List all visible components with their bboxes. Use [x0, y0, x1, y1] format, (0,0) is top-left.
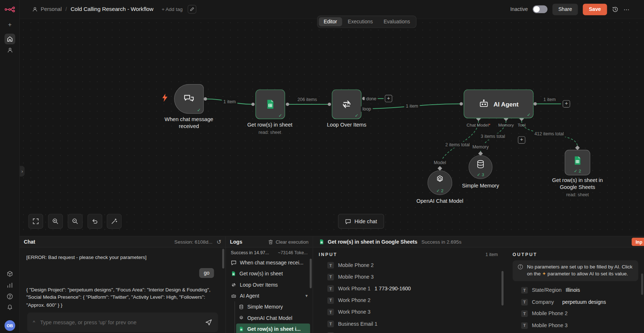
table-row[interactable]: TCompanyperpetuum designs [507, 296, 644, 308]
table-row[interactable]: TMobile Phone 3 [313, 271, 504, 283]
input-corner-button[interactable]: Inp [632, 238, 644, 246]
add-tool-button[interactable]: + [518, 136, 525, 144]
chat-message-input[interactable] [40, 319, 200, 325]
clear-execution-button[interactable]: Clear execution [268, 239, 308, 245]
table-row[interactable]: TMobile Phone 2 [507, 308, 644, 320]
text-type-icon: T [327, 262, 334, 268]
sidebar-item-personal[interactable] [4, 45, 15, 55]
chat-scrollbar[interactable] [222, 249, 224, 268]
node-when-chat-message-received[interactable]: ✓ [174, 84, 204, 114]
add-tag-button[interactable]: + Add tag [162, 6, 182, 12]
node-label-memory: Simple Memory [448, 183, 513, 190]
text-type-icon: T [521, 322, 528, 329]
add-node-button-agent-out[interactable]: + [563, 100, 570, 108]
log-item-ai-agent[interactable]: AI Agent ▾ [228, 290, 310, 301]
node-get-rows-tool[interactable]: ✓ 2 [565, 150, 590, 175]
output-label-done: done [365, 96, 378, 102]
input-scrollbar[interactable] [501, 271, 504, 306]
workflow-title[interactable]: Cold Calling Research - Workflow [71, 6, 154, 12]
agent-port-memory: Memory [498, 122, 514, 127]
add-workflow-button[interactable]: + [4, 19, 15, 30]
google-sheets-icon [265, 99, 275, 109]
log-item-simple-memory[interactable]: Simple Memory [236, 301, 310, 312]
node-loop-over-items[interactable]: ✓ [332, 89, 362, 119]
avatar[interactable]: OB [4, 320, 15, 331]
tab-editor[interactable]: Editor [319, 17, 342, 26]
tab-executions[interactable]: Executions [343, 17, 378, 26]
sidebar-item-notifications[interactable] [4, 302, 15, 312]
logs-tree: Success in 14.97...~73146 Toke... When c… [226, 248, 313, 333]
hide-chat-button[interactable]: Hide chat [338, 214, 384, 229]
table-row[interactable]: TBusiness Email 1 [313, 318, 504, 330]
zoom-out-icon [72, 218, 78, 225]
zoom-out-button[interactable] [68, 214, 83, 229]
table-row[interactable]: TWork Phone 2 [313, 295, 504, 306]
table-row[interactable]: TState/RegionIllinois [507, 284, 644, 296]
logs-scrollbar[interactable] [310, 259, 312, 288]
tab-evaluations[interactable]: Evaluations [379, 17, 415, 26]
add-node-button-done[interactable]: + [385, 95, 392, 102]
sparkle-icon: ✦ [542, 271, 546, 277]
chat-trigger-icon [231, 260, 237, 266]
output-label-loop: loop [361, 106, 373, 112]
node-get-rows-in-sheet[interactable]: ✓ [255, 89, 285, 119]
sidebar-item-overview[interactable] [4, 34, 15, 44]
success-check-icon: ✓ [197, 108, 201, 113]
details-title: Get row(s) in sheet in Google Sheets [328, 239, 417, 245]
n8n-logo[interactable] [4, 4, 15, 15]
home-icon [7, 36, 13, 42]
tidy-up-button[interactable] [107, 214, 122, 229]
send-icon[interactable] [205, 318, 212, 326]
log-item-trigger[interactable]: When chat message recei... [228, 257, 310, 268]
node-label-loop: Loop Over Items [314, 121, 379, 128]
table-row[interactable]: TEmail 1 [313, 330, 504, 333]
magic-wand-icon [111, 218, 117, 225]
breadcrumb-project[interactable]: Personal [41, 6, 62, 12]
workflow-menu-button[interactable]: ⋯ [624, 5, 630, 13]
sidebar-item-insights[interactable] [4, 280, 15, 291]
workflow-history-button[interactable] [612, 6, 618, 12]
chat-bot-message: { "Design Project": "perpetuum designs",… [26, 286, 219, 309]
chevron-down-icon[interactable]: ▾ [305, 293, 308, 299]
ai-fill-note: No parameters are set up to be filled by… [513, 260, 638, 281]
sidebar-item-templates[interactable] [4, 268, 15, 279]
node-label-tool: Get row(s) in sheet in Google Sheetsread… [545, 177, 610, 197]
output-column: OUTPUT No parameters are set up to be fi… [507, 248, 644, 333]
edge-tag-model: Model [432, 160, 448, 166]
rename-workflow-button[interactable] [188, 5, 196, 14]
undo-button[interactable] [88, 214, 103, 229]
active-toggle[interactable] [533, 5, 548, 13]
fit-view-button[interactable] [28, 214, 43, 229]
success-check-icon: ✓ [355, 113, 358, 119]
chat-session-label: Session: 6108d... [174, 239, 212, 245]
node-simple-memory[interactable]: ✓ 3 [468, 155, 492, 179]
share-button[interactable]: Share [552, 4, 578, 15]
edge-tag-memory: Memory [471, 144, 490, 150]
input-count: 1 item [486, 252, 498, 257]
table-row[interactable]: TWork Phone 3 [313, 306, 504, 318]
session-reset-icon[interactable]: ↺ [217, 239, 221, 245]
input-column: INPUT 1 item TMobile Phone 2 TMobile Pho… [313, 248, 504, 333]
table-row[interactable]: TMobile Phone 3 [507, 320, 644, 331]
save-button[interactable]: Save [583, 4, 607, 15]
table-row[interactable]: TWork Phone 11 773-290-1600 [313, 283, 504, 295]
input-header: INPUT [319, 252, 337, 257]
workflow-canvas[interactable]: ✓ ✓ ✓ AI Agent ✓ [20, 19, 644, 236]
log-item-sheets-tool[interactable]: Get row(s) in sheet i... [236, 324, 310, 333]
panel-collapse-handle[interactable]: › [20, 166, 25, 177]
success-check-count: ✓ 3 [469, 172, 492, 177]
log-item-openai-model[interactable]: OpenAI Chat Model [236, 313, 310, 324]
log-item-sheets[interactable]: Get row(s) in sheet [228, 268, 310, 279]
database-icon [475, 159, 485, 169]
log-item-loop[interactable]: Loop Over Items [228, 279, 310, 290]
history-caret-icon[interactable]: ^ [33, 320, 35, 325]
sidebar-item-help[interactable] [4, 291, 15, 302]
edge-label: 1 item [404, 103, 420, 109]
node-ai-agent[interactable]: AI Agent ✓ [464, 89, 533, 118]
table-row[interactable]: TWork Phone 11 773-290-1600 [507, 331, 644, 333]
node-label-model: OpenAI Chat Model [407, 198, 473, 205]
breadcrumb: Personal [32, 6, 62, 12]
table-row[interactable]: TMobile Phone 2 [313, 259, 504, 271]
zoom-in-button[interactable] [48, 214, 63, 229]
output-scrollbar[interactable] [641, 274, 643, 295]
